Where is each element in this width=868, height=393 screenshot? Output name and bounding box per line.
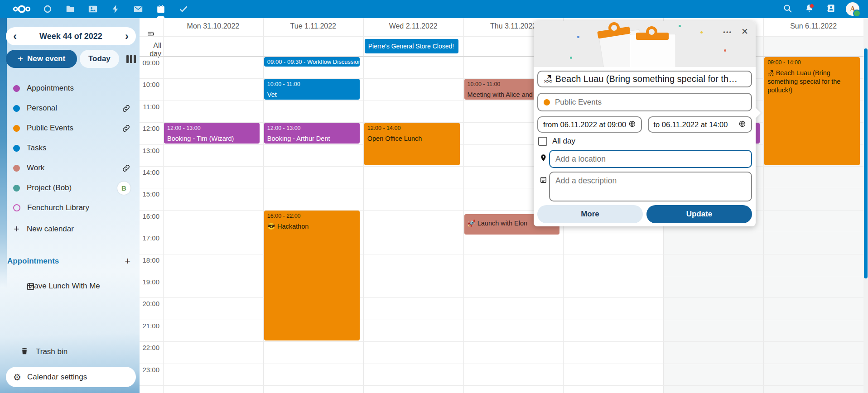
- time-label: 21:00: [140, 322, 159, 330]
- hour-line: [140, 254, 863, 254]
- search-button[interactable]: [776, 0, 798, 18]
- calendar-app-button[interactable]: [149, 0, 172, 18]
- calendar-name: Appointments: [27, 84, 74, 93]
- event-time: 12:00 - 13:00: [167, 125, 256, 132]
- calendar-color-dot: [13, 125, 20, 132]
- share-link-icon[interactable]: [122, 104, 130, 113]
- end-datetime-field[interactable]: to 06.11.2022 at 14:00: [648, 116, 752, 133]
- allday-checkbox[interactable]: [538, 137, 547, 146]
- event-title: Booking - Arthur Dent: [267, 134, 357, 143]
- calendar-list: AppointmentsPersonalPublic EventsTasksWo…: [0, 78, 140, 218]
- calendar-settings-button[interactable]: ⚙ Calendar settings: [6, 367, 136, 387]
- location-input[interactable]: [549, 150, 752, 168]
- event-time: 12:00 - 14:00: [367, 125, 457, 132]
- calendar-list-item[interactable]: Tasks: [0, 138, 140, 158]
- calendar-color-dot: [544, 99, 550, 105]
- hour-line: [140, 297, 863, 298]
- calendar-event[interactable]: 10:00 - 11:00Vet: [264, 79, 360, 99]
- share-link-icon[interactable]: [122, 164, 130, 173]
- calendar-name: Work: [27, 163, 44, 173]
- next-week-button[interactable]: ›: [125, 32, 129, 41]
- contacts-icon: [826, 4, 836, 15]
- event-title-input[interactable]: 🏖 Beach Luau (Bring something special fo…: [537, 71, 752, 87]
- new-calendar-button[interactable]: + New calendar: [0, 219, 140, 239]
- circle-app-button[interactable]: [36, 0, 59, 18]
- day-header: Mon 31.10.2022: [163, 22, 263, 32]
- today-button[interactable]: Today: [80, 50, 119, 68]
- files-app-button[interactable]: [59, 0, 82, 18]
- calendar-list-item[interactable]: Appointments: [0, 78, 140, 98]
- popup-illustration-header: ••• ✕: [534, 21, 756, 67]
- notifications-button[interactable]: [798, 0, 820, 18]
- nextcloud-logo-app-button[interactable]: [7, 0, 36, 18]
- more-actions-icon[interactable]: •••: [723, 29, 732, 35]
- time-label: 22:00: [140, 344, 159, 351]
- contacts-menu-button[interactable]: [820, 0, 842, 18]
- activity-app-button[interactable]: [104, 0, 127, 18]
- calendar-select[interactable]: Public Events: [537, 93, 752, 111]
- description-input[interactable]: [549, 172, 752, 201]
- circle-icon: [43, 4, 53, 14]
- time-label: 15:00: [140, 190, 159, 198]
- time-label: 09:00: [140, 59, 159, 67]
- more-button[interactable]: More: [537, 205, 643, 223]
- calendar-list-item[interactable]: Fenchurch Library: [0, 198, 140, 218]
- time-label: 14:00: [140, 168, 159, 176]
- account-button[interactable]: A: [842, 0, 863, 18]
- event-time: 12:00 - 13:00: [267, 125, 357, 132]
- view-mode-icon[interactable]: [126, 55, 136, 63]
- appointment-item[interactable]: Have Lunch With Me: [0, 277, 140, 295]
- time-label: 20:00: [140, 300, 159, 307]
- time-label: 19:00: [140, 278, 159, 286]
- timezone-globe-icon[interactable]: [628, 120, 636, 129]
- plus-icon: +: [18, 53, 23, 64]
- grid-column-line: [763, 18, 764, 393]
- timezone-globe-icon[interactable]: [738, 120, 746, 129]
- add-appointment-button[interactable]: +: [125, 255, 132, 267]
- top-bar: A: [0, 0, 868, 18]
- allday-collapse-icon[interactable]: [147, 30, 155, 38]
- tasks-app-button[interactable]: [172, 0, 195, 18]
- calendar-list-item[interactable]: Public Events: [0, 118, 140, 138]
- event-title: Vet: [267, 91, 357, 99]
- previous-week-button[interactable]: ‹: [13, 32, 17, 41]
- allday-event[interactable]: Pierre's General Store Closed!: [365, 39, 458, 53]
- event-time: 16:00 - 22:00: [267, 213, 357, 220]
- calendar-color-dot: [13, 145, 20, 152]
- avatar: A: [846, 2, 859, 16]
- start-datetime-field[interactable]: from 06.11.2022 at 09:00: [537, 116, 642, 133]
- trash-bin-button[interactable]: Trash bin: [0, 343, 140, 361]
- calendar-event[interactable]: 16:00 - 22:00😎 Hackathon: [264, 211, 360, 340]
- calendar-event[interactable]: 12:00 - 14:00Open Office Lunch: [364, 123, 460, 165]
- time-label: 17:00: [140, 234, 159, 242]
- hour-line: [140, 341, 863, 342]
- calendar-event[interactable]: 09:00 - 09:30 - Workflow Discussion: [264, 57, 360, 67]
- calendar-event[interactable]: 12:00 - 13:00Booking - Tim (Wizard): [164, 123, 260, 143]
- calendar-list-item[interactable]: Project (Bob)B: [0, 178, 140, 198]
- update-button[interactable]: Update: [646, 205, 752, 223]
- close-icon[interactable]: ✕: [741, 26, 748, 36]
- calendar-event[interactable]: 09:00 - 14:00🏖 Beach Luau (Bring somethi…: [764, 57, 860, 165]
- time-label: 13:00: [140, 147, 159, 154]
- photos-app-button[interactable]: [82, 0, 104, 18]
- scrollbar-thumb[interactable]: [864, 48, 868, 278]
- calendar-list-item[interactable]: Work: [0, 158, 140, 178]
- grid-column-line: [463, 18, 464, 393]
- online-status-dot: [853, 10, 861, 17]
- app-icon-strip: [0, 0, 195, 18]
- calendar-name: Public Events: [27, 124, 73, 133]
- mail-app-button[interactable]: [127, 0, 149, 18]
- calendar-event[interactable]: 12:00 - 13:00Booking - Arthur Dent: [264, 123, 360, 143]
- time-label: 23:00: [140, 366, 159, 374]
- trash-icon: [7, 347, 29, 357]
- action-buttons: + New event Today: [6, 50, 136, 68]
- event-time: 09:00 - 14:00: [767, 59, 857, 66]
- hour-line: [140, 276, 863, 276]
- vertical-scrollbar[interactable]: [863, 18, 868, 393]
- calendar-list-item[interactable]: Personal: [0, 98, 140, 118]
- share-link-icon[interactable]: [122, 124, 130, 133]
- location-pin-icon: [537, 154, 549, 162]
- grid-column-line: [163, 18, 164, 393]
- status-icon-strip: A: [776, 0, 868, 18]
- new-event-button[interactable]: + New event: [6, 50, 77, 68]
